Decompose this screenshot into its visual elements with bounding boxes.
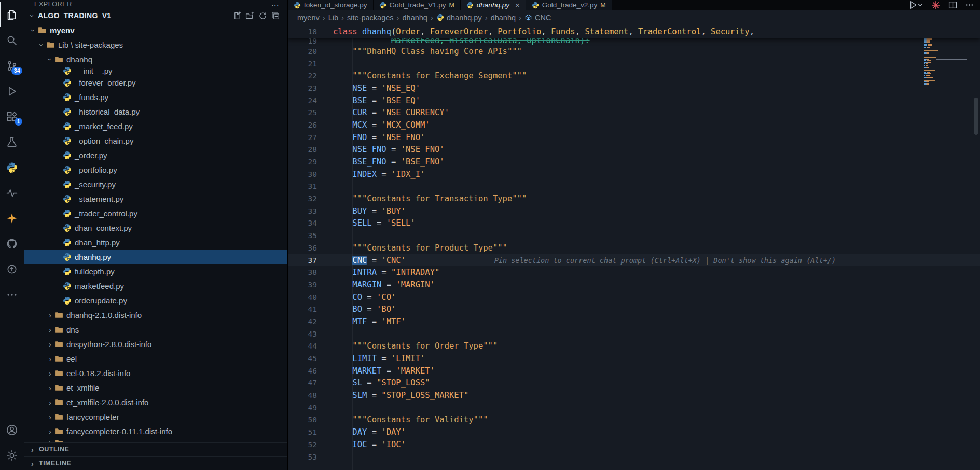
profile-spark-icon[interactable] bbox=[931, 1, 941, 10]
testing-icon[interactable] bbox=[0, 129, 24, 155]
source-control-icon[interactable]: 34 bbox=[0, 53, 24, 78]
more-actions-icon[interactable] bbox=[965, 1, 974, 9]
code-line[interactable]: 39 MARGIN = 'MARGIN' bbox=[288, 279, 980, 291]
code-line[interactable]: 24 BSE = 'BSE_EQ' bbox=[288, 94, 980, 107]
tree-item-folder[interactable]: ›eel-0.18.2.dist-info bbox=[24, 366, 287, 380]
run-debug-icon[interactable] bbox=[0, 78, 24, 104]
tree-item-file[interactable]: ›_statement.py bbox=[24, 191, 287, 206]
more-icon[interactable]: ⋯ bbox=[271, 3, 279, 8]
python-icon[interactable] bbox=[0, 155, 24, 180]
account-icon[interactable] bbox=[0, 417, 24, 443]
breadcrumb-item[interactable]: CNC bbox=[524, 13, 551, 22]
extensions-icon[interactable]: 1 bbox=[0, 104, 24, 129]
collapse-all-icon[interactable] bbox=[271, 11, 280, 20]
tree-item-file[interactable]: ›orderupdate.py bbox=[24, 293, 287, 308]
section-header[interactable]: › ALGO_TRADING_V1 bbox=[24, 8, 287, 23]
code-line[interactable]: 36 """Constants for Product Type""" bbox=[288, 242, 980, 254]
code-line[interactable]: 37 CNC = 'CNC' Pin selection to current … bbox=[288, 254, 980, 267]
breadcrumb-item[interactable]: site-packages bbox=[347, 13, 393, 22]
tree-item-file[interactable]: ›dhan_context.py bbox=[24, 220, 287, 235]
tree-item-folder[interactable]: ›Lib \ site-packages bbox=[24, 37, 287, 52]
close-icon[interactable]: × bbox=[515, 1, 520, 9]
run-python-icon[interactable] bbox=[908, 0, 923, 10]
code-line[interactable]: 44 """Constants for Order Type""" bbox=[288, 340, 980, 353]
code-line[interactable]: 31 bbox=[288, 181, 980, 193]
code-line[interactable]: 51 DAY = 'DAY' bbox=[288, 426, 980, 438]
breadcrumb-item[interactable]: myenv bbox=[297, 13, 320, 22]
tree-item-folder[interactable]: ›myenv bbox=[24, 23, 287, 37]
tree-item-file[interactable]: ›marketfeed.py bbox=[24, 279, 287, 293]
code-line[interactable]: 33 BUY = 'BUY' bbox=[288, 205, 980, 217]
tree-item-folder[interactable]: ›dhanhq bbox=[24, 52, 287, 66]
tab-Gold_trade_v2.py[interactable]: Gold_trade_v2.pyM bbox=[526, 0, 612, 10]
breadcrumb-item[interactable]: dhanhq bbox=[403, 13, 427, 22]
explorer-icon[interactable] bbox=[0, 2, 24, 27]
code-line[interactable]: 34 SELL = 'SELL' bbox=[288, 217, 980, 230]
timeline-panel-header[interactable]: › TIMELINE bbox=[24, 456, 287, 470]
tree-item-file[interactable]: ›_market_feed.py bbox=[24, 119, 287, 133]
code-line[interactable]: 42 MTF = 'MTF' bbox=[288, 315, 980, 328]
code-line[interactable]: 47 SL = "STOP_LOSS" bbox=[288, 377, 980, 390]
tree-item-file[interactable]: ›_forever_order.py bbox=[24, 75, 287, 90]
tree-item-file[interactable]: ›_portfolio.py bbox=[24, 162, 287, 177]
tree-item-file[interactable]: ›fulldepth.py bbox=[24, 264, 287, 279]
code-line[interactable]: 49 bbox=[288, 402, 980, 414]
code-line[interactable]: 32 """Constants for Transaction Type""" bbox=[288, 192, 980, 205]
code-line[interactable]: 23 NSE = 'NSE_EQ' bbox=[288, 82, 980, 94]
code-line[interactable]: 21 bbox=[288, 58, 980, 70]
refresh-icon[interactable] bbox=[258, 11, 267, 20]
search-icon[interactable] bbox=[0, 27, 24, 53]
spark-icon[interactable] bbox=[0, 205, 24, 231]
code-line[interactable]: 48 SLM = "STOP_LOSS_MARKET" bbox=[288, 389, 980, 402]
breadcrumb-item[interactable]: dhanhq.py bbox=[436, 13, 482, 22]
code-line[interactable]: 46 MARKET = 'MARKET' bbox=[288, 365, 980, 377]
more-icon[interactable] bbox=[0, 282, 24, 307]
code-line[interactable]: 50 """Constants for Validity""" bbox=[288, 414, 980, 426]
new-folder-icon[interactable] bbox=[245, 11, 254, 20]
code-editor[interactable]: 18class dhanhq(Order, ForeverOrder, Port… bbox=[288, 25, 980, 470]
remote-icon[interactable] bbox=[0, 256, 24, 282]
code-line[interactable]: 52 IOC = 'IOC' bbox=[288, 438, 980, 451]
code-line[interactable]: 19 MarketFeed, HistoricalData, OptionCha… bbox=[288, 38, 980, 45]
settings-gear-icon[interactable] bbox=[0, 443, 24, 468]
tree-item-folder[interactable]: ›eel bbox=[24, 351, 287, 366]
tree-item-folder[interactable]: ›fancycompleter bbox=[24, 409, 287, 424]
breadcrumb-item[interactable]: dhanhq bbox=[491, 13, 516, 22]
tree-item-folder[interactable]: ›dhanhq-2.1.0.dist-info bbox=[24, 308, 287, 322]
code-line[interactable]: 29 BSE_FNO = 'BSE_FNO' bbox=[288, 156, 980, 168]
tree-item-folder[interactable]: ›et_xmlfile bbox=[24, 380, 287, 395]
tree-item-file[interactable]: ›_funds.py bbox=[24, 90, 287, 104]
code-line[interactable]: 25 CUR = 'NSE_CURRENCY' bbox=[288, 106, 980, 119]
tree-item-file[interactable]: ›dhanhq.py bbox=[24, 250, 287, 264]
code-line[interactable]: 30 INDEX = 'IDX_I' bbox=[288, 168, 980, 181]
code-line[interactable]: 41 BO = 'BO' bbox=[288, 303, 980, 315]
tree-item-folder[interactable]: ›fancycompleter-0.11.1.dist-info bbox=[24, 424, 287, 438]
new-file-icon[interactable] bbox=[232, 11, 241, 20]
tree-item-file[interactable]: ›_option_chain.py bbox=[24, 133, 287, 148]
tree-item-file[interactable]: ›_security.py bbox=[24, 177, 287, 191]
tree-item-folder[interactable]: ›dns bbox=[24, 322, 287, 337]
code-line[interactable]: 53 bbox=[288, 451, 980, 463]
code-line[interactable]: 38 INTRA = "INTRADAY" bbox=[288, 266, 980, 279]
code-line[interactable]: 35 bbox=[288, 229, 980, 242]
tree-item-folder[interactable]: › bbox=[24, 438, 287, 442]
split-editor-icon[interactable] bbox=[948, 1, 957, 9]
scrollbar-thumb[interactable] bbox=[974, 98, 978, 135]
code-line[interactable]: 40 CO = 'CO' bbox=[288, 291, 980, 303]
code-line[interactable]: 28 NSE_FNO = 'NSE_FNO' bbox=[288, 144, 980, 156]
tab-Gold_trade_V1.py[interactable]: Gold_trade_V1.pyM bbox=[374, 0, 461, 10]
code-line[interactable]: 43 bbox=[288, 328, 980, 340]
pulse-icon[interactable] bbox=[0, 180, 24, 205]
code-line[interactable]: 27 FNO = 'NSE_FNO' bbox=[288, 131, 980, 144]
code-line[interactable]: 26 MCX = 'MCX_COMM' bbox=[288, 119, 980, 131]
tree-item-file[interactable]: ›dhan_http.py bbox=[24, 235, 287, 250]
code-line[interactable]: 20 """DhanHQ Class having Core APIs""" bbox=[288, 45, 980, 58]
tree-item-file[interactable]: ›_order.py bbox=[24, 148, 287, 162]
tree-item-file[interactable]: ›_trader_control.py bbox=[24, 206, 287, 220]
github-icon[interactable] bbox=[0, 231, 24, 256]
tree-item-file[interactable]: ›_historical_data.py bbox=[24, 104, 287, 119]
code-line[interactable]: 22 """Constants for Exchange Segment""" bbox=[288, 70, 980, 82]
code-lines[interactable]: 19 MarketFeed, HistoricalData, OptionCha… bbox=[288, 38, 980, 470]
breadcrumb-item[interactable]: Lib bbox=[328, 13, 338, 22]
tree-item-file[interactable]: ›__init__.py bbox=[24, 66, 287, 75]
